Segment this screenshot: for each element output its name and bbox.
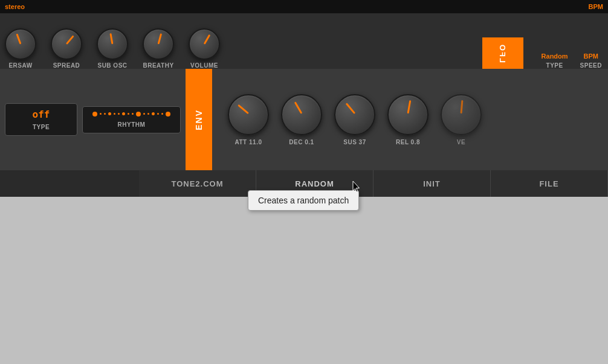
knob-sus[interactable] (334, 94, 375, 135)
tooltip: Creates a random patch (248, 190, 359, 211)
knob-group-sus: SUS 37 (334, 94, 375, 145)
rhythm-connector (118, 113, 120, 115)
background-area (0, 199, 608, 364)
rhythm-pattern (92, 112, 170, 117)
knob-ve[interactable] (441, 94, 482, 135)
bpm-label: BPM (589, 3, 603, 10)
knob-group-att: ATT 11.0 (228, 94, 269, 145)
init-button[interactable]: INIT (374, 170, 491, 197)
lfo-type-area: Random TYPE (542, 53, 568, 69)
knob-label-rel: REL 0.8 (396, 139, 420, 145)
knob-label-spread: SPREAD (53, 62, 80, 69)
knob-group-breathy: BREATHY (143, 28, 174, 69)
lfo-label: LFO (498, 43, 507, 63)
rhythm-connector (104, 113, 106, 115)
rhythm-connector (114, 113, 115, 115)
rhythm-dot (152, 112, 155, 115)
knob-group-dec: DEC 0.1 (281, 94, 322, 145)
knob-att[interactable] (228, 94, 269, 135)
bpm-area: BPM SPEED (580, 53, 602, 69)
rhythm-connector (100, 113, 102, 115)
knob-group-volume: VOLUME (189, 28, 220, 69)
knob-group-ve: VE (441, 94, 482, 145)
knob-volume[interactable] (189, 28, 220, 60)
rhythm-connector (147, 113, 149, 115)
knob-breathy[interactable] (143, 28, 174, 60)
knob-dec[interactable] (281, 94, 322, 135)
middle-section: off TYPE (0, 69, 608, 170)
knob-label-ve: VE (457, 139, 465, 145)
knob-group-ersaw: ERSAW (5, 28, 36, 69)
lfo-orange-block: LFO (482, 37, 523, 69)
tone2com-button[interactable]: TONE2.COM (139, 170, 256, 197)
rhythm-dot (136, 112, 141, 117)
knob-label-breathy: BREATHY (143, 62, 173, 69)
tooltip-text: Creates a random patch (258, 196, 349, 205)
rhythm-connector (132, 113, 134, 115)
knob-label-sus: SUS 37 (343, 139, 366, 145)
knob-label-ersaw: ERSAW (8, 62, 32, 69)
stereo-label: stereo (5, 3, 25, 10)
knob-spread[interactable] (51, 28, 82, 60)
header-bar: stereo BPM (0, 0, 608, 13)
top-knobs-row: ERSAW SPREAD SUB OSC BREATHY VOLUME LFO (0, 13, 608, 69)
knob-group-spread: SPREAD (51, 28, 82, 69)
knob-group-sub-osc: SUB OSC (97, 28, 128, 69)
knob-rel[interactable] (387, 94, 429, 135)
synth-ui: stereo BPM ERSAW SPREAD SUB OSC BREATHY … (0, 0, 608, 197)
lfo-type-value: Random (542, 53, 568, 60)
type-label: TYPE (33, 124, 50, 130)
bottom-spacer (0, 170, 139, 197)
lfo-header-area: LFO (482, 37, 523, 69)
env-knobs-area: ATT 11.0 DEC 0.1 SUS 37 REL 0.8 VE (212, 69, 608, 170)
rhythm-display: RHYTHM (82, 106, 181, 133)
rhythm-connector (157, 113, 159, 115)
env-label: ENV (194, 109, 204, 130)
rhythm-label: RHYTHM (118, 121, 146, 128)
knob-group-rel: REL 0.8 (387, 94, 429, 145)
knob-label-volume: VOLUME (190, 62, 218, 69)
type-display: off TYPE (5, 103, 77, 136)
lfo-type-label: TYPE (546, 62, 563, 69)
rhythm-dot (166, 112, 170, 117)
knob-ersaw[interactable] (5, 28, 36, 60)
speed-label: SPEED (580, 62, 602, 69)
bpm-value: BPM (584, 53, 598, 60)
rhythm-dot (92, 112, 97, 117)
rhythm-connector (161, 113, 163, 115)
rhythm-connector (128, 113, 129, 115)
knob-label-sub-osc: SUB OSC (97, 62, 127, 69)
knob-label-att: ATT 11.0 (235, 139, 262, 145)
left-displays: off TYPE (0, 69, 186, 170)
env-tab[interactable]: ENV (186, 69, 212, 170)
rhythm-connector (143, 113, 145, 115)
rhythm-dot (122, 112, 125, 115)
knob-sub-osc[interactable] (97, 28, 128, 60)
type-value: off (33, 109, 50, 120)
rhythm-dot (108, 112, 111, 115)
file-button[interactable]: FILE (491, 170, 608, 197)
knob-label-dec: DEC 0.1 (289, 139, 314, 145)
